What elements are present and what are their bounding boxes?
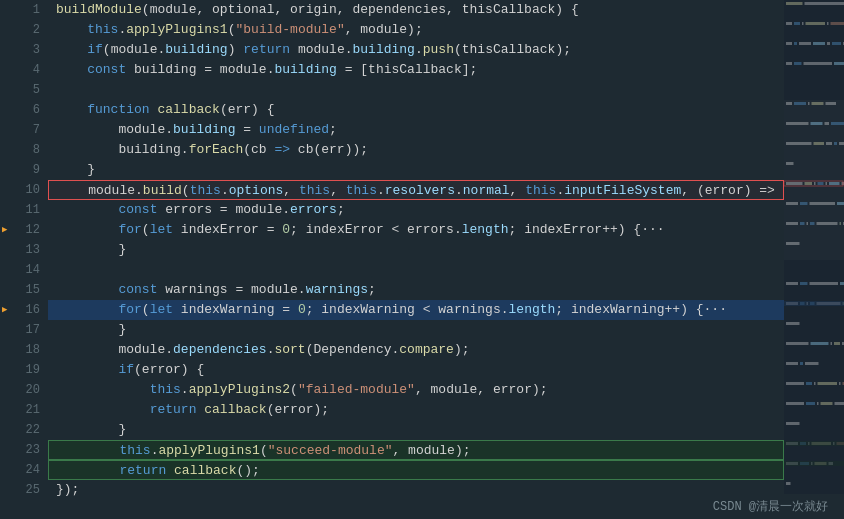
- token-num: 0: [282, 222, 290, 237]
- code-line: return callback();: [48, 460, 784, 480]
- token-white: ;: [368, 282, 376, 297]
- token-white: ,: [330, 183, 346, 198]
- code-line: }: [48, 160, 784, 180]
- watermark-author: @清晨一次就好: [749, 500, 828, 514]
- token-fn: push: [423, 42, 454, 57]
- token-white: building = module.: [126, 62, 274, 77]
- line-number: 14: [0, 260, 48, 280]
- token-fn: compare: [399, 342, 454, 357]
- token-prop: warnings: [306, 282, 368, 297]
- token-fn: applyPlugins2: [189, 382, 290, 397]
- watermark: CSDN @清晨一次就好: [697, 494, 844, 519]
- line-number: 22: [0, 420, 48, 440]
- token-white: [56, 222, 118, 237]
- token-kw: let: [150, 302, 173, 317]
- token-kw: for: [118, 302, 141, 317]
- code-line: });: [48, 480, 784, 500]
- watermark-site: CSDN: [713, 500, 742, 514]
- token-prop: options: [229, 183, 284, 198]
- token-prop: length: [509, 302, 556, 317]
- token-white: (: [260, 443, 268, 458]
- token-white: cb(err));: [290, 142, 368, 157]
- token-arrow: =>: [274, 142, 290, 157]
- line-number: 12: [0, 220, 48, 240]
- token-prop: dependencies: [173, 342, 267, 357]
- token-white: , module);: [393, 443, 471, 458]
- minimap: [784, 0, 844, 519]
- code-line: module.dependencies.sort(Dependency.comp…: [48, 340, 784, 360]
- code-line: const building = module.building = [this…: [48, 60, 784, 80]
- token-prop: building: [165, 42, 227, 57]
- line-number: 6: [0, 100, 48, 120]
- line-number: 25: [0, 480, 48, 500]
- token-white: [56, 102, 87, 117]
- token-kw: return: [150, 402, 197, 417]
- token-white: warnings = module.: [157, 282, 305, 297]
- token-white: module.: [290, 42, 352, 57]
- code-line: return callback(error);: [48, 400, 784, 420]
- token-kw: if: [118, 362, 134, 377]
- token-white: (error);: [267, 402, 329, 417]
- token-white: (: [290, 382, 298, 397]
- token-this: this: [119, 443, 150, 458]
- code-line: for(let indexWarning = 0; indexWarning <…: [48, 300, 784, 320]
- code-area: buildModule(module, optional, origin, de…: [48, 0, 784, 519]
- token-prop: building: [274, 62, 336, 77]
- token-prop: resolvers: [385, 183, 455, 198]
- code-line: this.applyPlugins2("failed-module", modu…: [48, 380, 784, 400]
- token-white: [56, 282, 118, 297]
- token-fn: callback: [174, 463, 236, 478]
- token-white: (: [182, 183, 190, 198]
- token-white: errors = module.: [157, 202, 290, 217]
- token-fn: buildModule: [56, 2, 142, 17]
- token-fn: forEach: [189, 142, 244, 157]
- token-white: [56, 302, 118, 317]
- token-white: ;: [337, 202, 345, 217]
- line-number: 17: [0, 320, 48, 340]
- code-line: buildModule(module, optional, origin, de…: [48, 0, 784, 20]
- line-number: 5: [0, 80, 48, 100]
- token-white: = [thisCallback];: [337, 62, 477, 77]
- token-white: (Dependency.: [306, 342, 400, 357]
- line-number: 7: [0, 120, 48, 140]
- token-prop: building: [173, 122, 235, 137]
- token-kw: let: [150, 222, 173, 237]
- code-line: const errors = module.errors;: [48, 200, 784, 220]
- token-this: this: [346, 183, 377, 198]
- token-white: (module.: [103, 42, 165, 57]
- code-line: }: [48, 320, 784, 340]
- token-prop: building: [353, 42, 415, 57]
- token-white: (: [142, 222, 150, 237]
- token-this: this: [190, 183, 221, 198]
- token-white: ; indexWarning++) {···: [555, 302, 727, 317]
- line-number: 24: [0, 460, 48, 480]
- line-numbers: 1234567891011121314151617181920212223242…: [0, 0, 48, 519]
- token-white: );: [454, 342, 470, 357]
- line-number: 20: [0, 380, 48, 400]
- token-undef: undefined: [259, 122, 329, 137]
- token-str: "failed-module": [298, 382, 415, 397]
- line-number: 16: [0, 300, 48, 320]
- token-kw: for: [118, 222, 141, 237]
- token-this: this: [299, 183, 330, 198]
- code-line: }: [48, 420, 784, 440]
- code-line: [48, 80, 784, 100]
- code-line: const warnings = module.warnings;: [48, 280, 784, 300]
- token-white: ; indexError < errors.: [290, 222, 462, 237]
- token-white: module.: [57, 183, 143, 198]
- line-number: 18: [0, 340, 48, 360]
- line-number: 9: [0, 160, 48, 180]
- token-white: [56, 402, 150, 417]
- token-white: ): [228, 42, 244, 57]
- token-fn: build: [143, 183, 182, 198]
- token-white: });: [56, 482, 79, 497]
- token-white: .: [181, 382, 189, 397]
- token-this: this: [87, 22, 118, 37]
- token-white: .: [377, 183, 385, 198]
- line-number: 1: [0, 0, 48, 20]
- line-number: 2: [0, 20, 48, 40]
- token-white: ();: [236, 463, 259, 478]
- token-white: module.: [56, 342, 173, 357]
- token-white: [57, 443, 119, 458]
- code-line: this.applyPlugins1("succeed-module", mod…: [48, 440, 784, 460]
